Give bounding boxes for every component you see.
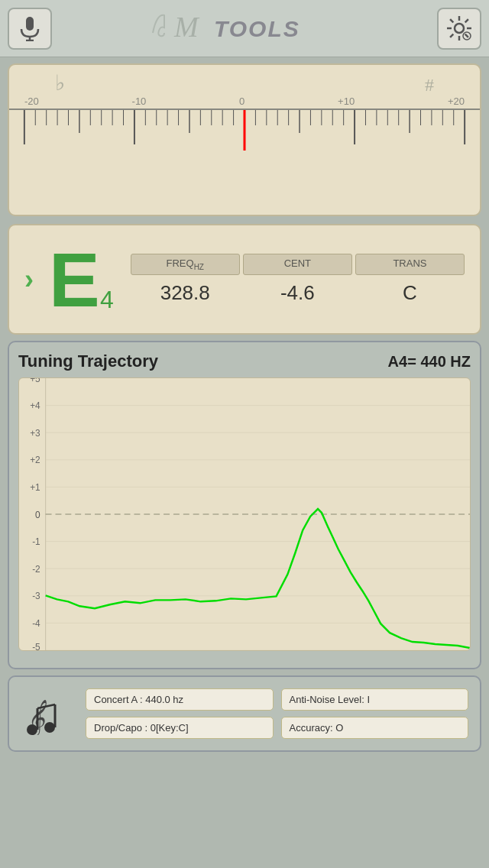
svg-text:TOOLS: TOOLS [214,16,300,41]
trans-header: TRANS [355,254,465,275]
svg-text:M: M [173,11,200,43]
gear-icon [445,15,473,42]
svg-text:0: 0 [35,510,40,520]
settings-controls: Concert A : 440.0 hz Anti-Noise Level: I… [86,688,468,739]
drop-capo-button[interactable]: Drop/Capo : 0[Key:C] [86,717,274,739]
svg-text:+4: +4 [30,400,40,411]
cent-header: CENT [243,254,352,275]
anti-noise-label: Anti-Noise Level: [290,694,364,705]
scale-label-minus20: -20 [24,96,39,107]
stats-headers: FREQHZ CENT TRANS [131,254,465,275]
app-title: M TOOLS [145,6,344,50]
svg-line-12 [465,19,468,22]
note-letter: E [49,237,100,322]
chart-line [46,509,470,648]
accuracy-label: Accuracy: [290,722,333,734]
svg-text:+3: +3 [30,428,40,439]
note-letter-container: E 4 [49,241,100,318]
anti-noise-button[interactable]: Anti-Noise Level: I [281,688,469,711]
trajectory-panel: Tuning Trajectory A4= 440 HZ [8,341,481,669]
flat-symbol: ♭ [55,70,65,96]
scale-label-plus10: +10 [338,96,355,107]
svg-point-5 [455,24,464,33]
trans-value: C [355,281,465,305]
scale-label-minus10: -10 [132,96,147,107]
concert-a-button[interactable]: Concert A : 440.0 hz [86,688,274,711]
mic-icon [17,15,43,41]
accuracy-value: O [335,722,343,734]
svg-rect-0 [26,17,34,31]
freq-header: FREQHZ [131,254,240,275]
svg-point-80 [44,722,55,733]
meter-symbols: ♭ # [9,73,480,96]
header: M TOOLS [0,0,489,57]
title-logo: M TOOLS [145,6,344,44]
settings-logo: 𝄞 [21,693,74,735]
svg-text:-1: -1 [32,536,40,547]
trajectory-title: Tuning Trajectory [18,351,158,371]
chart-svg: +5 +4 +3 +2 +1 0 -1 -2 -3 -4 -5 [19,378,470,650]
svg-text:-2: -2 [32,564,40,575]
scale-label-plus20: +20 [448,96,465,107]
svg-text:+2: +2 [30,455,40,465]
mic-button[interactable] [8,8,52,50]
center-line [244,110,246,151]
freq-value: 328.8 [131,281,240,305]
trajectory-chart: +5 +4 +3 +2 +1 0 -1 -2 -3 -4 -5 [18,377,471,651]
settings-button[interactable] [437,8,481,50]
svg-text:-3: -3 [32,591,40,601]
settings-row-2: Drop/Capo : 0[Key:C] Accuracy: O [86,717,468,739]
settings-panel: 𝄞 Concert A : 440.0 hz Anti-Noise Level:… [8,675,481,752]
svg-text:-4: -4 [32,618,40,629]
scale-label-zero: 0 [239,96,244,107]
svg-line-11 [465,34,468,37]
main-content: ♭ # -20 -10 0 +10 +20 [8,63,481,752]
note-subscript: 4 [100,286,114,314]
note-display-panel: › E 4 FREQHZ CENT TRANS 328.8 -4.6 C [8,224,481,335]
tuner-meter-panel: ♭ # -20 -10 0 +10 +20 [8,63,481,216]
cent-value: -4.6 [243,281,352,305]
note-stats: FREQHZ CENT TRANS 328.8 -4.6 C [131,254,465,305]
settings-row-1: Concert A : 440.0 hz Anti-Noise Level: I [86,688,468,711]
anti-noise-value: I [367,694,370,705]
trajectory-a4: A4= 440 HZ [388,353,471,371]
accuracy-button[interactable]: Accuracy: O [281,717,469,739]
svg-text:+1: +1 [30,482,40,493]
trajectory-header: Tuning Trajectory A4= 440 HZ [18,351,471,371]
sharp-symbol: # [425,75,434,96]
note-arrow: › [24,264,34,296]
tick-container [9,108,480,151]
stats-values: 328.8 -4.6 C [131,281,465,305]
svg-point-79 [27,724,37,735]
svg-line-10 [450,19,453,22]
svg-text:+5: +5 [30,378,40,384]
svg-line-13 [450,34,453,37]
logo-icon: 𝄞 [23,693,73,735]
scale-labels: -20 -10 0 +10 +20 [9,96,480,107]
svg-text:-5: -5 [32,642,40,650]
